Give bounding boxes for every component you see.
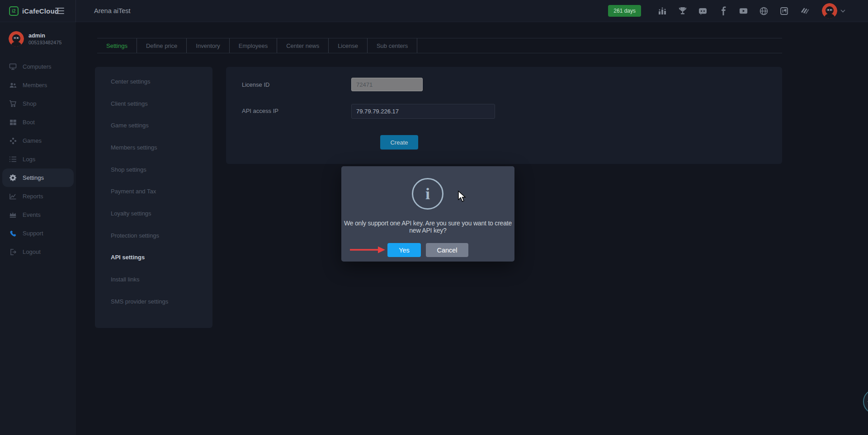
tab-settings[interactable]: Settings	[97, 38, 137, 53]
icafecloud-icon[interactable]	[779, 6, 789, 16]
icafecloud-logo-icon: i2	[9, 6, 19, 16]
sidebar-item-label: Support	[23, 230, 43, 237]
submenu-sms-provider-settings[interactable]: SMS provider settings	[95, 290, 212, 313]
sidebar-item-shop[interactable]: Shop	[2, 94, 74, 113]
sidebar-item-label: Settings	[23, 174, 44, 181]
brand[interactable]: i2 iCafeCloud	[0, 0, 76, 22]
crown-icon	[9, 211, 17, 219]
list-icon	[9, 155, 17, 163]
submenu-api-settings[interactable]: API settings	[95, 247, 212, 269]
sidebar-item-logout[interactable]: Logout	[2, 243, 74, 261]
submenu-game-settings[interactable]: Game settings	[95, 114, 212, 136]
submenu-loyalty-settings[interactable]: Loyalty settings	[95, 202, 212, 225]
create-button[interactable]: Create	[380, 135, 418, 150]
settings-submenu: Center settings Client settings Game set…	[95, 67, 212, 328]
license-id-label: License ID	[242, 81, 269, 88]
chart-icon	[9, 192, 17, 200]
dialog-message-line1: We only support one API key. Are you sur…	[341, 220, 514, 227]
chat-toggle-button[interactable]	[863, 389, 868, 414]
tab-inventory[interactable]: Inventory	[187, 38, 229, 53]
info-icon: i	[412, 178, 443, 210]
sidebar-item-games[interactable]: Games	[2, 131, 74, 150]
api-settings-form: License ID API access IP Create	[226, 67, 782, 164]
submenu-protection-settings[interactable]: Protection settings	[95, 225, 212, 247]
sidebar-item-logs[interactable]: Logs	[2, 150, 74, 168]
submenu-payment-and-tax[interactable]: Payment and Tax	[95, 180, 212, 202]
confirm-dialog: i We only support one API key. Are you s…	[341, 166, 514, 262]
page-title: Arena aiTest	[94, 7, 131, 14]
sidebar-item-label: Computers	[23, 63, 52, 70]
sidebar-item-label: Members	[23, 82, 47, 89]
sidebar-item-members[interactable]: Members	[2, 76, 74, 94]
sidebar-item-reports[interactable]: Reports	[2, 187, 74, 206]
submenu-shop-settings[interactable]: Shop settings	[95, 159, 212, 181]
globe-icon[interactable]	[759, 6, 769, 16]
members-icon	[9, 81, 17, 89]
sidebar-item-events[interactable]: Events	[2, 206, 74, 224]
submenu-install-links[interactable]: Install links	[95, 268, 212, 290]
sidebar-menu: Computers Members Shop Boot Games Logs	[0, 57, 76, 261]
sidebar-item-computers[interactable]: Computers	[2, 57, 74, 76]
trophy-icon[interactable]	[678, 6, 687, 16]
dialog-message-line2: new API key?	[341, 227, 514, 234]
phone-icon	[9, 229, 17, 237]
discord-icon[interactable]	[698, 6, 708, 16]
sidebar-item-boot[interactable]: Boot	[2, 113, 74, 131]
windows-icon	[9, 118, 17, 126]
layers-icon[interactable]	[800, 6, 809, 16]
brand-name: iCafeCloud	[22, 7, 59, 15]
sidebar-item-support[interactable]: Support	[2, 224, 74, 243]
sidebar-item-label: Logs	[23, 156, 35, 163]
sidebar-item-label: Logout	[23, 248, 41, 255]
tab-sub-centers[interactable]: Sub centers	[368, 38, 417, 53]
license-id-field	[351, 78, 423, 91]
ranking-icon[interactable]	[657, 6, 667, 16]
center-tabs: Settings Define price Inventory Employee…	[97, 38, 782, 53]
submenu-center-settings[interactable]: Center settings	[95, 70, 212, 93]
gear-icon	[9, 174, 17, 182]
sidebar: admin 005193482475 Computers Members Sho…	[0, 22, 76, 435]
cart-icon	[9, 100, 17, 108]
tab-define-price[interactable]: Define price	[137, 38, 187, 53]
topbar: i2 iCafeCloud Arena aiTest 261 days	[0, 0, 868, 22]
submenu-client-settings[interactable]: Client settings	[95, 93, 212, 115]
tab-employees[interactable]: Employees	[230, 38, 277, 53]
monitor-icon	[9, 63, 17, 70]
logout-icon	[9, 248, 17, 256]
sidebar-avatar	[9, 31, 24, 47]
chevron-down-icon	[840, 9, 845, 13]
tab-center-news[interactable]: Center news	[277, 38, 329, 53]
user-menu[interactable]	[822, 3, 845, 19]
yes-button[interactable]: Yes	[387, 243, 421, 257]
api-access-ip-label: API access IP	[242, 108, 278, 114]
user-name: admin	[28, 33, 61, 39]
sidebar-item-label: Games	[23, 137, 42, 144]
app-root: i2 iCafeCloud Arena aiTest 261 days	[0, 0, 868, 435]
api-access-ip-field[interactable]	[351, 104, 495, 119]
sidebar-item-label: Reports	[23, 193, 43, 200]
sidebar-item-label: Events	[23, 211, 41, 218]
sidebar-item-settings[interactable]: Settings	[2, 168, 74, 187]
gamepad-icon	[9, 137, 17, 145]
submenu-members-settings[interactable]: Members settings	[95, 136, 212, 159]
license-days-badge[interactable]: 261 days	[608, 5, 641, 17]
sidebar-user[interactable]: admin 005193482475	[0, 22, 76, 47]
hamburger-menu-icon[interactable]	[55, 8, 64, 14]
facebook-icon[interactable]	[718, 6, 728, 16]
sidebar-item-label: Boot	[23, 119, 35, 126]
youtube-icon[interactable]	[739, 6, 748, 16]
avatar	[822, 3, 837, 19]
topbar-actions: 261 days	[608, 3, 868, 19]
sidebar-item-label: Shop	[23, 100, 36, 107]
tab-license[interactable]: License	[329, 38, 368, 53]
red-arrow-annotation	[349, 246, 386, 254]
user-id: 005193482475	[28, 40, 61, 45]
dialog-message: We only support one API key. Are you sur…	[341, 220, 514, 234]
cancel-button[interactable]: Cancel	[426, 243, 468, 257]
